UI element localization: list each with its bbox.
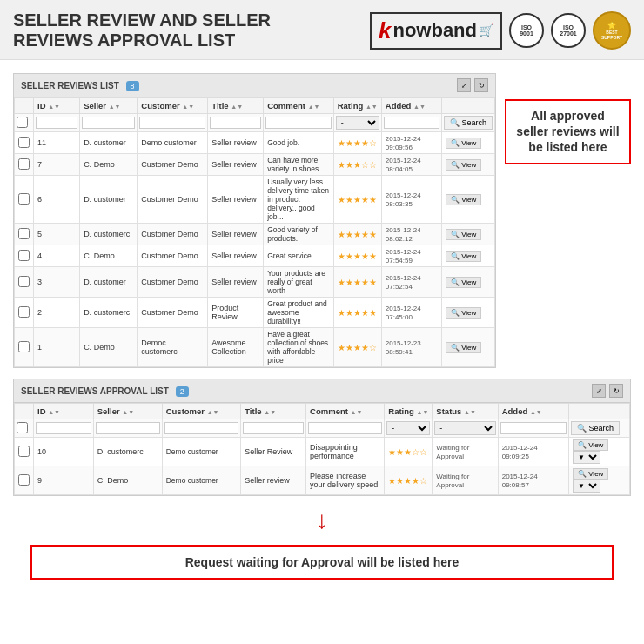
approval-select-all[interactable] — [17, 422, 28, 433]
approval-list-panel: SELLER REVIEWS APPROVAL LIST 2 ⤢ ↻ ID ▲▼… — [13, 379, 631, 496]
row-rating: ★★★★★ — [333, 298, 381, 328]
af-added — [498, 419, 568, 438]
view-button-1[interactable]: 🔍 View — [446, 159, 481, 171]
filter-seller-input[interactable] — [82, 117, 135, 129]
row-rating: ★★★★★ — [333, 245, 381, 267]
view-button-3[interactable]: 🔍 View — [446, 229, 481, 240]
select-all-checkbox[interactable] — [17, 117, 28, 128]
row-title: Seller review — [208, 224, 264, 245]
aaction-select-1[interactable]: ▼ — [573, 480, 600, 493]
table-row: 7 C. Demo Customer Demo Seller review Ca… — [15, 154, 495, 176]
row-id: 3 — [34, 267, 80, 298]
row-checkbox-3[interactable] — [18, 228, 30, 239]
filter-title — [208, 114, 264, 132]
filter-added-input[interactable] — [384, 117, 439, 129]
view-button-6[interactable]: 🔍 View — [446, 307, 481, 319]
af-seller-input[interactable] — [96, 422, 160, 434]
approval-header-row: ID ▲▼ Seller ▲▼ Customer ▲▼ Title ▲▼ Com… — [15, 404, 630, 419]
row-checkbox-5[interactable] — [18, 276, 30, 287]
filter-id — [34, 114, 80, 132]
row-checkbox-4[interactable] — [18, 250, 30, 261]
row-seller: D. customerc — [80, 298, 138, 328]
row-comment: Have a great collection of shoes with af… — [264, 328, 334, 367]
filter-title-input[interactable] — [210, 117, 261, 129]
af-id — [34, 419, 94, 438]
filter-added — [381, 114, 441, 132]
panel-actions[interactable]: ⤢ ↻ — [457, 78, 488, 92]
row-customer: Customer Demo — [138, 224, 208, 245]
row-checkbox-7[interactable] — [18, 341, 30, 352]
af-customer-input[interactable] — [164, 422, 239, 434]
view-button-5[interactable]: 🔍 View — [446, 277, 481, 288]
stars-5: ★★★★★ — [338, 278, 377, 287]
arow-added: 2015-12-2409:09:25 — [498, 438, 568, 466]
approval-filter-row: -12345 -Waiting for ApprovalApproved 🔍 S… — [15, 419, 630, 438]
row-checkbox-6[interactable] — [18, 306, 30, 318]
row-customer: Customer Demo — [138, 154, 208, 176]
arow-checkbox-1[interactable] — [18, 474, 30, 486]
row-title: Seller review — [208, 245, 264, 267]
search-button[interactable]: 🔍 Search — [444, 116, 493, 130]
af-title-input[interactable] — [243, 422, 304, 434]
af-comment-input[interactable] — [308, 422, 382, 434]
row-checkbox-cell — [15, 328, 34, 367]
expand-icon[interactable]: ⤢ — [457, 78, 471, 92]
af-status: -Waiting for ApprovalApproved — [433, 419, 498, 438]
arow-checkbox-0[interactable] — [18, 446, 30, 457]
arow-seller: C. Demo — [93, 466, 162, 495]
af-seller — [93, 419, 162, 438]
col-rating: Rating ▲▼ — [333, 98, 381, 114]
af-rating-select[interactable]: -12345 — [386, 421, 430, 435]
approval-table: ID ▲▼ Seller ▲▼ Customer ▲▼ Title ▲▼ Com… — [14, 403, 630, 495]
table-row: 5 D. customerc Customer Demo Seller revi… — [15, 224, 495, 245]
filter-search: 🔍 Search — [441, 114, 494, 132]
view-button-4[interactable]: 🔍 View — [446, 251, 481, 262]
filter-customer-input[interactable] — [139, 117, 205, 129]
aview-button-1[interactable]: 🔍 View — [573, 468, 608, 480]
timestamp-1: 2015-12-2408:04:05 — [386, 157, 421, 173]
row-comment: Can have more variety in shoes — [264, 154, 334, 176]
approval-refresh-icon[interactable]: ↻ — [609, 384, 623, 398]
col-id: ID ▲▼ — [34, 98, 80, 114]
row-checkbox-1[interactable] — [18, 158, 30, 170]
iso-badge-1: ISO9001 — [509, 13, 544, 48]
row-added: 2015-12-2408:02:12 — [381, 224, 441, 245]
row-comment: Great product and awesome durability!! — [264, 298, 334, 328]
k-icon: k — [379, 17, 391, 44]
filter-comment-input[interactable] — [265, 117, 332, 129]
row-id: 1 — [34, 328, 80, 367]
row-checkbox-2[interactable] — [18, 193, 30, 205]
af-id-input[interactable] — [36, 422, 91, 434]
aaction-select-0[interactable]: ▼ — [573, 451, 600, 464]
table-header-row: ID ▲▼ Seller ▲▼ Customer ▲▼ Title ▲▼ Com… — [15, 98, 495, 114]
approval-panel-actions[interactable]: ⤢ ↻ — [592, 384, 623, 398]
row-rating: ★★★★☆ — [333, 328, 381, 367]
row-id: 7 — [34, 154, 80, 176]
stars-4: ★★★★★ — [338, 252, 377, 261]
row-customer: Democ customerc — [138, 328, 208, 367]
row-customer: Customer Demo — [138, 245, 208, 267]
aview-button-0[interactable]: 🔍 View — [573, 439, 608, 451]
af-status-select[interactable]: -Waiting for ApprovalApproved — [434, 421, 495, 435]
view-button-2[interactable]: 🔍 View — [446, 194, 481, 205]
refresh-icon[interactable]: ↻ — [474, 78, 488, 92]
row-comment: Great service.. — [264, 245, 334, 267]
arow-rating: ★★★★☆ — [385, 466, 433, 495]
af-search: 🔍 Search — [568, 419, 629, 438]
filter-id-input[interactable] — [36, 117, 77, 129]
row-id: 2 — [34, 298, 80, 328]
view-button-0[interactable]: 🔍 View — [446, 138, 481, 149]
timestamp-6: 2015-12-2407:45:00 — [386, 305, 421, 321]
seller-reviews-list-panel: SELLER REVIEWS LIST 8 ⤢ ↻ ID ▲▼ Seller ▲… — [13, 73, 496, 368]
af-added-input[interactable] — [500, 422, 567, 434]
approval-search-button[interactable]: 🔍 Search — [571, 421, 620, 435]
row-checkbox-0[interactable] — [18, 137, 30, 148]
arow-actions: 🔍 View ▼ — [568, 438, 629, 466]
panel-title: SELLER REVIEWS LIST — [21, 81, 119, 91]
col-actions — [441, 98, 494, 114]
atimestamp-0: 2015-12-2409:09:25 — [502, 444, 538, 460]
row-customer: Customer Demo — [138, 267, 208, 298]
filter-rating-select[interactable]: -12345 — [336, 116, 379, 130]
approval-expand-icon[interactable]: ⤢ — [592, 384, 606, 398]
view-button-7[interactable]: 🔍 View — [446, 342, 481, 353]
